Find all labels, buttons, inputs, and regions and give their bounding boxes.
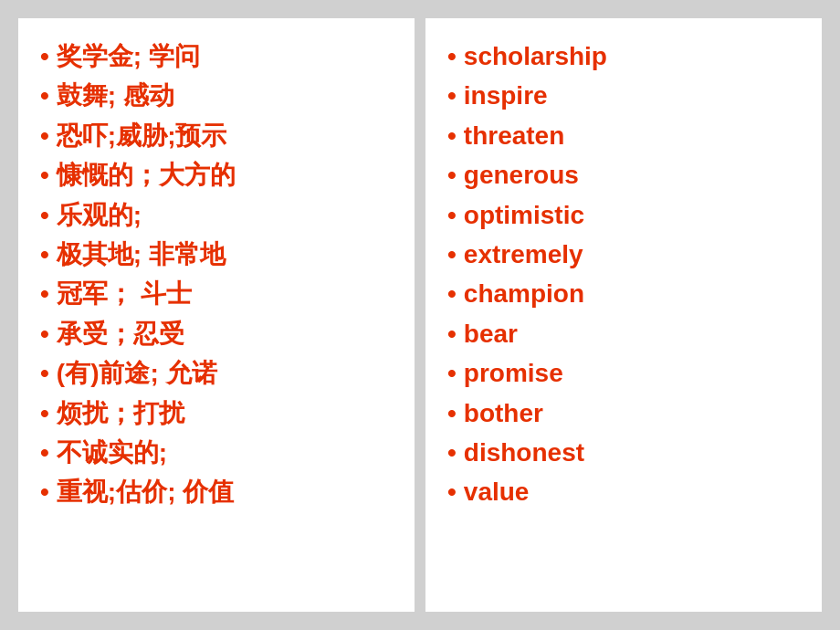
right-word-text: dishonest	[464, 433, 584, 472]
main-container: 奖学金; 学问鼓舞; 感动恐吓;威胁;预示慷慨的；大方的乐观的;极其地; 非常地…	[9, 9, 831, 621]
left-word-text: 奖学金; 学问	[57, 37, 200, 76]
right-list-item: extremely	[447, 235, 800, 274]
left-word-text: 冠军； 斗士	[57, 274, 192, 313]
left-word-text: 不诚实的;	[57, 433, 167, 472]
right-word-text: inspire	[464, 76, 548, 115]
right-word-text: bother	[464, 394, 543, 433]
left-word-text: 乐观的;	[57, 195, 142, 235]
right-list-item: scholarship	[447, 37, 800, 76]
left-word-text: 恐吓;威胁;预示	[57, 116, 227, 155]
left-list-item: 重视;估价; 价值	[40, 472, 393, 511]
right-list-item: bear	[447, 314, 800, 353]
right-word-text: value	[464, 472, 530, 511]
right-word-text: promise	[464, 353, 563, 393]
right-list-item: generous	[447, 155, 800, 194]
left-list-item: 乐观的;	[40, 195, 393, 235]
right-list-item: inspire	[447, 76, 800, 115]
left-column: 奖学金; 学问鼓舞; 感动恐吓;威胁;预示慷慨的；大方的乐观的;极其地; 非常地…	[18, 18, 415, 612]
right-word-list: scholarshipinspirethreatengenerousoptimi…	[447, 37, 800, 512]
right-list-item: threaten	[447, 116, 800, 155]
left-word-list: 奖学金; 学问鼓舞; 感动恐吓;威胁;预示慷慨的；大方的乐观的;极其地; 非常地…	[40, 37, 393, 512]
left-word-text: 重视;估价; 价值	[57, 472, 234, 511]
left-word-text: (有)前途; 允诺	[57, 353, 217, 393]
left-list-item: 烦扰；打扰	[40, 394, 393, 433]
right-word-text: optimistic	[464, 195, 584, 235]
right-list-item: dishonest	[447, 433, 800, 472]
right-word-text: scholarship	[464, 37, 607, 76]
left-list-item: 极其地; 非常地	[40, 235, 393, 274]
left-list-item: 承受；忍受	[40, 314, 393, 353]
left-list-item: 奖学金; 学问	[40, 37, 393, 76]
left-word-text: 承受；忍受	[57, 314, 184, 353]
right-list-item: bother	[447, 394, 800, 433]
right-word-text: threaten	[464, 116, 564, 155]
left-word-text: 烦扰；打扰	[57, 394, 184, 433]
left-list-item: 冠军； 斗士	[40, 274, 393, 313]
left-word-text: 极其地; 非常地	[57, 235, 226, 274]
left-list-item: 鼓舞; 感动	[40, 76, 393, 115]
right-column: scholarshipinspirethreatengenerousoptimi…	[425, 18, 822, 612]
right-word-text: generous	[464, 155, 579, 194]
left-word-text: 鼓舞; 感动	[57, 76, 174, 115]
right-word-text: champion	[464, 274, 584, 313]
right-list-item: champion	[447, 274, 800, 313]
right-word-text: extremely	[464, 235, 583, 274]
left-list-item: 恐吓;威胁;预示	[40, 116, 393, 155]
right-list-item: value	[447, 472, 800, 511]
right-word-text: bear	[464, 314, 518, 353]
right-list-item: optimistic	[447, 195, 800, 235]
right-list-item: promise	[447, 353, 800, 393]
left-list-item: 不诚实的;	[40, 433, 393, 472]
left-list-item: 慷慨的；大方的	[40, 155, 393, 194]
left-list-item: (有)前途; 允诺	[40, 353, 393, 393]
left-word-text: 慷慨的；大方的	[57, 155, 236, 194]
